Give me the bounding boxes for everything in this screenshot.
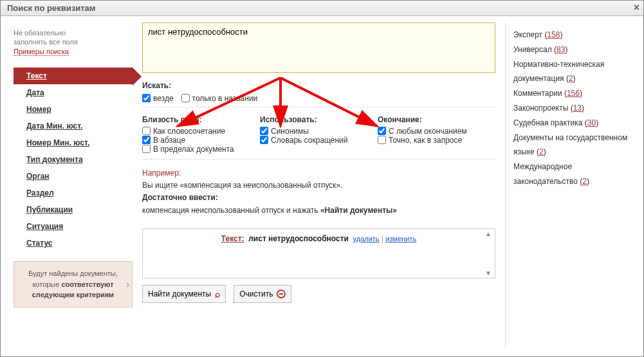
- hint-text: заполнять все поля: [14, 38, 133, 46]
- nav-item-4[interactable]: Номер Мин. юст.: [14, 134, 133, 151]
- clear-icon: [277, 289, 286, 298]
- hint-text: Не обязательно: [14, 29, 133, 37]
- search-opt-checkbox-0[interactable]: [142, 94, 151, 102]
- category-item-7[interactable]: Международное законодательство (2): [513, 160, 637, 189]
- proximity-opt-2[interactable]: В пределах документа: [142, 145, 234, 154]
- search-opt-1[interactable]: только в названии: [181, 94, 258, 103]
- category-item-5[interactable]: Судебная практика (30): [513, 116, 637, 131]
- category-item-0[interactable]: Эксперт (158): [513, 28, 637, 42]
- delete-link[interactable]: удалить: [353, 235, 380, 243]
- category-count: 2: [569, 74, 573, 83]
- use-opt-checkbox-1[interactable]: [260, 136, 268, 144]
- scroll-up-icon[interactable]: ▲: [483, 230, 493, 237]
- use-opt-checkbox-0[interactable]: [260, 127, 268, 135]
- nav-item-10[interactable]: Статус: [14, 235, 133, 252]
- search-opt-0[interactable]: везде: [142, 94, 174, 103]
- ending-opt-checkbox-0[interactable]: [378, 127, 386, 135]
- category-count: 13: [573, 104, 582, 113]
- ending-opt-checkbox-1[interactable]: [378, 136, 386, 144]
- result-label: Текст:: [221, 234, 244, 243]
- search-input[interactable]: [142, 23, 495, 73]
- category-count: 83: [557, 45, 565, 54]
- nav-item-1[interactable]: Дата: [14, 84, 133, 101]
- window-titlebar: Поиск по реквизитам ×: [1, 1, 643, 16]
- scroll-down-icon[interactable]: ▼: [483, 270, 493, 277]
- category-item-6[interactable]: Документы на государственном языке (2): [513, 131, 637, 160]
- nav-item-5[interactable]: Тип документа: [14, 151, 133, 168]
- category-item-3[interactable]: Комментарии (156): [513, 86, 637, 101]
- ending-opt-1[interactable]: Точно, как в запросе: [378, 136, 462, 145]
- search-opt-checkbox-1[interactable]: [181, 94, 190, 102]
- category-count: 156: [567, 89, 580, 98]
- category-count: 158: [547, 30, 560, 39]
- window-title: Поиск по реквизитам: [7, 3, 95, 13]
- nav-item-8[interactable]: Публикации: [14, 201, 133, 218]
- edit-link[interactable]: изменить: [385, 235, 416, 243]
- category-item-4[interactable]: Законопроекты (13): [513, 101, 637, 116]
- find-button[interactable]: Найти документы ⌕: [142, 285, 226, 303]
- proximity-opt-1[interactable]: В абзаце: [142, 136, 185, 145]
- nav-item-6[interactable]: Орган: [14, 168, 133, 185]
- use-label: Использовать:: [260, 115, 378, 124]
- use-opt-0[interactable]: Синонимы: [260, 127, 309, 136]
- search-in-label: Искать:: [142, 81, 495, 90]
- ending-label: Окончание:: [378, 115, 495, 124]
- examples-link[interactable]: Примеры поиска: [14, 48, 69, 56]
- clear-button[interactable]: Очистить: [234, 285, 291, 303]
- example-block: Например: Вы ищите «компенсация за неисп…: [142, 167, 495, 217]
- use-opt-1[interactable]: Словарь сокращений: [260, 136, 348, 145]
- ending-opt-0[interactable]: С любым окончанием: [378, 127, 467, 136]
- nav-item-9[interactable]: Ситуация: [14, 218, 133, 235]
- proximity-opt-0[interactable]: Как словосочетание: [142, 127, 225, 136]
- category-item-1[interactable]: Универсал (83): [513, 42, 637, 57]
- nav-item-7[interactable]: Раздел: [14, 185, 133, 201]
- nav-item-2[interactable]: Номер: [14, 101, 133, 118]
- proximity-opt-checkbox-2[interactable]: [142, 145, 151, 153]
- proximity-label: Близость слов:: [142, 115, 260, 124]
- result-value: лист нетрудоспособности: [248, 234, 349, 243]
- category-count: 2: [582, 177, 587, 186]
- category-item-2[interactable]: Нормативно-техническая документация (2): [513, 57, 637, 87]
- criteria-result-box: ▲ ▼ Текст: лист нетрудоспособности удали…: [142, 228, 495, 279]
- search-icon: ⌕: [215, 289, 220, 299]
- nav-item-0[interactable]: Текст: [14, 68, 133, 84]
- category-count: 30: [587, 118, 596, 127]
- criteria-summary[interactable]: Будут найдены документы, которые соответ…: [14, 261, 133, 307]
- proximity-opt-checkbox-1[interactable]: [142, 136, 151, 144]
- close-icon[interactable]: ×: [634, 2, 639, 14]
- nav-item-3[interactable]: Дата Мин. юст.: [14, 118, 133, 134]
- proximity-opt-checkbox-0[interactable]: [142, 127, 151, 135]
- category-count: 2: [539, 147, 544, 156]
